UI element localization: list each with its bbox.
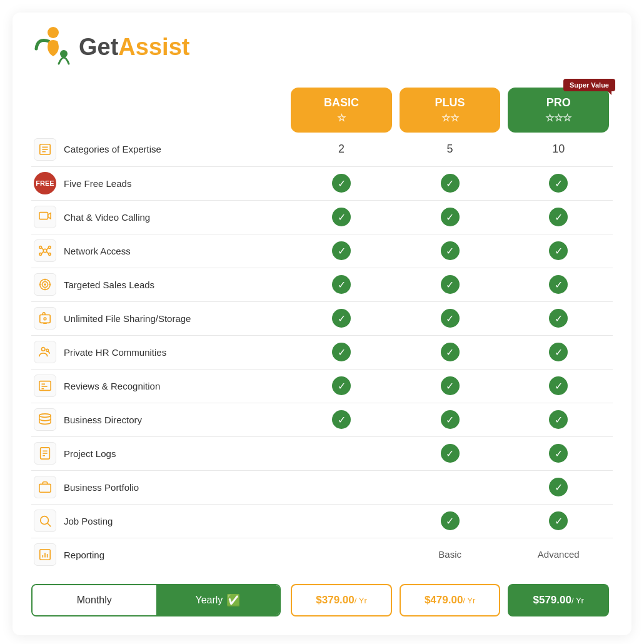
plan-plus-header: PLUS ☆☆ xyxy=(396,88,505,133)
logo-icon xyxy=(31,25,75,69)
check-icon: ✓ xyxy=(332,410,351,429)
check-icon: ✓ xyxy=(549,444,568,463)
check-icon: ✓ xyxy=(441,241,460,260)
feature-label: Network Access xyxy=(64,246,131,256)
table-cell: Advanced xyxy=(504,538,613,571)
feature-icon xyxy=(34,375,56,397)
check-icon: ✓ xyxy=(441,208,460,226)
plus-price: $479.00 xyxy=(425,594,463,606)
pro-price-cell: $579.00/ Yr xyxy=(504,571,613,616)
feature-icon xyxy=(34,239,56,262)
basic-price-button[interactable]: $379.00/ Yr xyxy=(291,584,392,616)
logo-text: GetAssist xyxy=(79,34,189,61)
yearly-check-icon: ✅ xyxy=(226,593,240,607)
cell-text-value: Basic xyxy=(438,549,461,560)
table-cell: ✓ xyxy=(396,369,505,403)
monthly-label: Monthly xyxy=(77,595,112,606)
svg-line-16 xyxy=(46,251,49,254)
basic-plan-stars: ☆ xyxy=(297,112,386,124)
pro-price-button[interactable]: $579.00/ Yr xyxy=(508,584,609,616)
table-cell: ✓ xyxy=(287,403,396,436)
svg-point-9 xyxy=(39,246,42,249)
basic-price-cell: $379.00/ Yr xyxy=(287,571,396,616)
table-cell: ✓ xyxy=(396,166,505,200)
check-icon: ✓ xyxy=(332,174,351,193)
table-cell xyxy=(287,470,396,504)
svg-line-14 xyxy=(46,248,49,250)
table-row: Business Directory ✓ ✓ ✓ xyxy=(31,403,613,436)
pricing-table: BASIC ☆ PLUS ☆☆ Super Value PRO xyxy=(31,88,613,616)
check-icon: ✓ xyxy=(332,343,351,361)
svg-rect-24 xyxy=(40,315,51,323)
check-icon: ✓ xyxy=(549,275,568,294)
svg-point-10 xyxy=(49,246,51,249)
basic-price: $379.00 xyxy=(316,594,354,606)
pro-plan-card: PRO ☆☆☆ xyxy=(508,88,609,133)
basic-period: / Yr xyxy=(355,596,367,605)
check-icon: ✓ xyxy=(332,241,351,260)
table-row: Chat & Video Calling ✓ ✓ ✓ xyxy=(31,200,613,234)
logo-get: Get xyxy=(79,34,118,60)
plus-price-button[interactable]: $479.00/ Yr xyxy=(400,584,501,616)
feature-icon xyxy=(34,442,56,465)
billing-toggle[interactable]: Monthly Yearly ✅ xyxy=(31,584,281,616)
table-cell xyxy=(287,504,396,538)
table-row: Reviews & Recognition ✓ ✓ ✓ xyxy=(31,369,613,403)
feature-label: Targeted Sales Leads xyxy=(64,279,154,290)
yearly-label: Yearly xyxy=(195,595,223,606)
feature-label: Private HR Communities xyxy=(64,347,166,358)
feature-icon xyxy=(34,543,56,566)
check-icon: ✓ xyxy=(441,309,460,328)
table-cell: ✓ xyxy=(396,301,505,335)
table-cell: ✓ xyxy=(287,166,396,200)
svg-point-11 xyxy=(39,253,42,256)
table-cell: ✓ xyxy=(504,234,613,268)
feature-icon xyxy=(34,476,56,498)
super-value-badge: Super Value xyxy=(563,79,615,91)
plus-plan-stars: ☆☆ xyxy=(406,112,495,124)
cell-text-value: Advanced xyxy=(538,549,580,560)
check-icon: ✓ xyxy=(332,208,351,226)
feature-label-cell: Unlimited File Sharing/Storage xyxy=(31,301,287,335)
feature-label: Reporting xyxy=(64,550,104,560)
check-icon: ✓ xyxy=(441,444,460,463)
table-cell: ✓ xyxy=(504,200,613,234)
feature-label: Business Portfolio xyxy=(64,482,139,493)
table-cell xyxy=(287,436,396,470)
svg-rect-29 xyxy=(39,381,51,391)
check-icon: ✓ xyxy=(441,410,460,429)
cell-number-value: 2 xyxy=(338,143,345,155)
plus-plan-card: PLUS ☆☆ xyxy=(400,88,501,133)
table-cell: ✓ xyxy=(396,268,505,301)
table-row: Targeted Sales Leads ✓ ✓ ✓ xyxy=(31,268,613,301)
check-icon: ✓ xyxy=(549,511,568,530)
table-cell: ✓ xyxy=(504,369,613,403)
table-cell xyxy=(396,470,505,504)
table-cell: 10 xyxy=(504,133,613,166)
svg-rect-6 xyxy=(39,213,48,219)
check-icon: ✓ xyxy=(549,343,568,361)
table-cell: ✓ xyxy=(504,301,613,335)
feature-label: Chat & Video Calling xyxy=(64,212,150,223)
toggle-monthly-button[interactable]: Monthly xyxy=(33,585,156,615)
table-cell: ✓ xyxy=(396,200,505,234)
svg-point-1 xyxy=(60,50,68,58)
table-cell: ✓ xyxy=(287,369,396,403)
table-cell: ✓ xyxy=(504,335,613,369)
table-row: Job Posting ✓ ✓ xyxy=(31,504,613,538)
page-container: GetAssist BASIC ☆ PLUS xyxy=(13,13,631,635)
feature-label-cell: Targeted Sales Leads xyxy=(31,268,287,301)
feature-label: Five Free Leads xyxy=(64,178,131,189)
feature-label: Project Logs xyxy=(64,448,116,459)
toggle-yearly-button[interactable]: Yearly ✅ xyxy=(156,585,280,615)
svg-point-19 xyxy=(44,284,46,285)
table-row: Reporting Basic Advanced xyxy=(31,538,613,571)
check-icon: ✓ xyxy=(332,309,351,328)
table-cell xyxy=(287,538,396,571)
table-cell: ✓ xyxy=(287,234,396,268)
feature-label-cell: Project Logs xyxy=(31,436,287,470)
table-row: Project Logs ✓ ✓ xyxy=(31,436,613,470)
check-icon: ✓ xyxy=(549,241,568,260)
check-icon: ✓ xyxy=(549,376,568,395)
plus-plan-name: PLUS xyxy=(406,96,495,109)
